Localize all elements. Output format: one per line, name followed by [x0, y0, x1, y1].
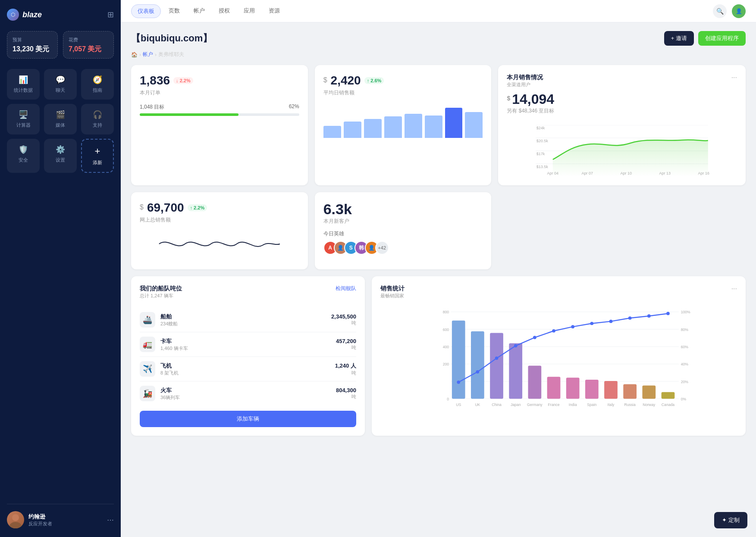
user-avatar [7, 511, 24, 528]
total-sales-value: 69,700 [147, 201, 184, 215]
fleet-train-num: 804,300 [336, 387, 356, 393]
bar-italy [604, 381, 618, 399]
monthly-sales-card: 本月销售情况 全渠道用户 ··· $ 14,094 另有 $48,346 至目标 [498, 65, 746, 185]
fleet-title: 我们的船队吨位 [140, 285, 182, 293]
user-more-icon[interactable]: ⋯ [107, 516, 114, 524]
plane-icon: ✈️ [140, 361, 155, 377]
sidebar-item-security[interactable]: 🛡️ 安全 [7, 139, 40, 173]
user-details: 约翰逊 反应开发者 [28, 513, 52, 527]
fleet-item-ship: 🚢 船舶 234艘船 2,345,500 吨 [140, 308, 356, 332]
fleet-truck-num: 457,200 [336, 338, 356, 344]
svg-point-0 [12, 514, 19, 521]
orders-card: 1,836 ↓ 2.2% 本月订单 1,048 目标 62% [131, 65, 308, 185]
tab-resources[interactable]: 资源 [263, 4, 286, 18]
guide-label: 指南 [93, 87, 102, 94]
sales-stats-title: 销售统计 [380, 285, 405, 293]
svg-text:Italy: Italy [608, 403, 615, 407]
monthly-sales-more-btn[interactable]: ··· [731, 74, 737, 81]
user-role: 反应开发者 [28, 521, 52, 527]
svg-point-1 [9, 522, 22, 528]
sidebar-item-guide[interactable]: 🧭 指南 [81, 69, 114, 100]
page-header: 【biqubiqu.com】 + 邀请 创建应用程序 [131, 31, 746, 46]
sales-stats-title-area: 销售统计 最畅销国家 [380, 285, 405, 306]
target-label: 1,048 目标 [140, 103, 164, 111]
page-actions: + 邀请 创建应用程序 [664, 31, 746, 46]
expense-card: 花费 7,057 美元 [63, 31, 114, 59]
dot-uk [476, 370, 479, 374]
budget-value: 13,230 美元 [13, 45, 52, 53]
svg-text:600: 600 [443, 328, 449, 332]
stats-icon: 📊 [19, 75, 28, 84]
fleet-plane-count: 8 架飞机 [160, 370, 330, 376]
fleet-train-info: 火车 36辆列车 [160, 387, 331, 401]
svg-text:$13.5k: $13.5k [536, 165, 549, 169]
guide-icon: 🧭 [93, 75, 102, 84]
progress-fill [140, 113, 238, 116]
orders-metric: 1,836 ↓ 2.2% [140, 74, 299, 87]
fleet-title-area: 我们的船队吨位 总计 1,247 辆车 [140, 285, 182, 306]
dot-spain [590, 322, 593, 325]
heroes-avatars: A 👤 S 韩 👤 +42 [323, 241, 483, 255]
breadcrumb-accounts[interactable]: 帐户 [143, 51, 153, 58]
svg-text:100%: 100% [681, 310, 690, 314]
sidebar-item-add[interactable]: + 添新 [81, 139, 114, 173]
sidebar: ⬡ blaze ⊞ 预算 13,230 美元 花费 7,057 美元 📊 统计数… [0, 0, 121, 537]
sidebar-header: ⬡ blaze ⊞ [7, 9, 114, 21]
new-customers-value: 6.3k [323, 201, 483, 218]
tab-auth[interactable]: 授权 [213, 4, 236, 18]
expense-label: 花费 [69, 37, 108, 43]
tab-pages[interactable]: 页数 [163, 4, 186, 18]
fleet-ship-info: 船舶 234艘船 [160, 313, 326, 327]
fleet-view-link[interactable]: 检阅舰队 [336, 285, 356, 292]
sidebar-item-stats[interactable]: 📊 统计数据 [7, 69, 40, 100]
daily-sales-value: 2,420 [331, 74, 361, 87]
logo: ⬡ blaze [7, 9, 42, 21]
sidebar-item-settings[interactable]: ⚙️ 设置 [44, 139, 77, 173]
sales-stats-subtitle: 最畅销国家 [380, 293, 405, 299]
search-button[interactable]: 🔍 [713, 4, 727, 18]
sidebar-item-media[interactable]: 🎬 媒体 [44, 104, 77, 134]
bar-6 [425, 116, 442, 138]
svg-text:Apr 10: Apr 10 [621, 171, 632, 175]
svg-text:Apr 13: Apr 13 [659, 171, 671, 175]
fleet-train-name: 火车 [160, 387, 331, 394]
total-sales-wavy-chart [140, 229, 299, 259]
tab-dashboard[interactable]: 仪表板 [131, 4, 161, 18]
fleet-item-train: 🚂 火车 36辆列车 804,300 吨 [140, 381, 356, 406]
sidebar-item-support[interactable]: 🎧 支持 [81, 104, 114, 134]
user-info: 约翰逊 反应开发者 [7, 511, 52, 528]
daily-sales-badge: ↑ 2.6% [364, 77, 384, 84]
sidebar-item-chat[interactable]: 💬 聊天 [44, 69, 77, 100]
tab-apps[interactable]: 应用 [238, 4, 261, 18]
topnav-user-avatar[interactable]: 👤 [732, 4, 746, 18]
dot-france [552, 329, 555, 333]
monthly-line-chart: $24k $20.5k $17k $13.5k Apr 04 Apr 07 Ap… [507, 125, 737, 177]
security-icon: 🛡️ [19, 145, 28, 154]
svg-text:20%: 20% [681, 380, 689, 384]
invite-button[interactable]: + 邀请 [664, 31, 694, 46]
tab-accounts[interactable]: 帐户 [188, 4, 211, 18]
total-sales-label: 网上总销售额 [140, 216, 299, 224]
svg-text:Apr 07: Apr 07 [582, 171, 593, 175]
svg-text:$17k: $17k [536, 152, 545, 156]
daily-sales-metric: $ 2,420 ↑ 2.6% [323, 74, 483, 87]
progress-label: 1,048 目标 62% [140, 103, 299, 111]
add-vehicle-button[interactable]: 添加车辆 [140, 411, 356, 427]
daily-dollar: $ [323, 76, 327, 84]
customize-button[interactable]: ✦ 定制 [714, 512, 747, 528]
svg-text:80%: 80% [681, 328, 689, 332]
expense-value: 7,057 美元 [69, 45, 108, 53]
header-settings-icon[interactable]: ⊞ [107, 10, 114, 19]
dot-russia [628, 316, 632, 320]
sidebar-item-calc[interactable]: 🖥️ 计算器 [7, 104, 40, 134]
sales-stats-more-btn[interactable]: ··· [731, 285, 737, 293]
fleet-truck-unit: 吨 [336, 344, 356, 351]
total-sales-metric: $ 69,700 ↑ 2.2% [140, 201, 299, 215]
daily-sales-label: 平均日销售额 [323, 89, 483, 97]
add-label: 添新 [93, 159, 102, 166]
nav-tabs: 仪表板 页数 帐户 授权 应用 资源 [131, 4, 286, 18]
orders-change-badge: ↓ 2.2% [173, 77, 193, 84]
svg-text:Apr 04: Apr 04 [547, 171, 559, 175]
svg-text:France: France [548, 403, 560, 407]
create-app-button[interactable]: 创建应用程序 [698, 31, 746, 46]
